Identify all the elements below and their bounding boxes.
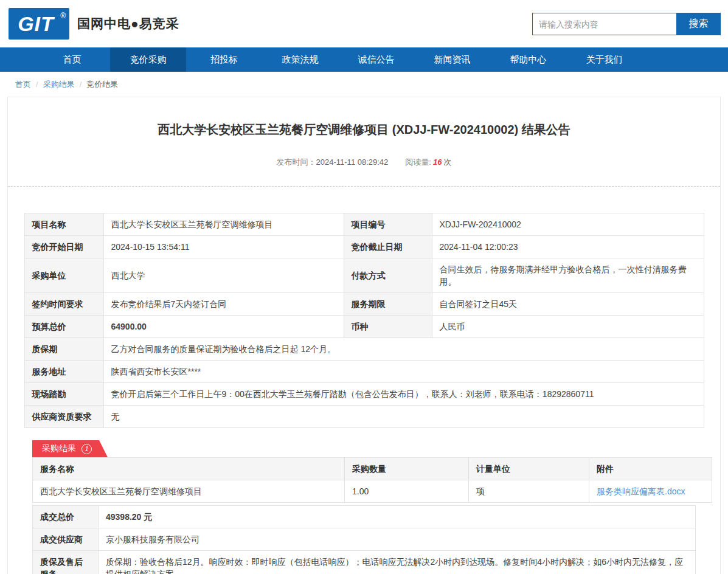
main-nav: 首页 竞价采购 招投标 政策法规 诚信公告 新闻资讯 帮助中心 关于我们 bbox=[0, 47, 728, 72]
breadcrumb-procurement-results[interactable]: 采购结果 bbox=[43, 80, 75, 89]
search-bar: 搜索 bbox=[532, 13, 721, 35]
table-row: 成交供应商 京小服科技服务有限公司 bbox=[33, 528, 696, 551]
service-period-label: 服务期限 bbox=[344, 293, 432, 316]
deal-total-label: 成交总价 bbox=[33, 506, 99, 528]
quantity-value: 1.00 bbox=[345, 480, 469, 503]
result-detail-table: 成交总价 49398.20 元 成交供应商 京小服科技服务有限公司 质保及售后服… bbox=[32, 505, 696, 574]
nav-item-integrity-notices[interactable]: 诚信公告 bbox=[338, 47, 414, 72]
table-row: 服务地址 陕西省西安市长安区**** bbox=[24, 361, 704, 383]
currency-label: 币种 bbox=[344, 316, 432, 338]
breadcrumb-home[interactable]: 首页 bbox=[15, 80, 31, 89]
search-input[interactable] bbox=[532, 13, 676, 35]
table-row: 预算总价 64900.00 币种 人民币 bbox=[24, 316, 704, 338]
publish-time-label: 发布时间： bbox=[277, 157, 316, 167]
logo-text: GIT bbox=[18, 12, 60, 36]
table-row: 项目名称 西北大学长安校区玉兰苑餐厅空调维修项目 项目编号 XDJJ-FW-20… bbox=[24, 213, 704, 236]
table-row: 质保及售后服务 质保期：验收合格后12月。响应时效：即时响应（包括电话响应）；电… bbox=[33, 551, 696, 574]
nav-item-help-center[interactable]: 帮助中心 bbox=[490, 47, 566, 72]
bid-deadline-label: 竞价截止日期 bbox=[344, 236, 432, 258]
result-number-badge: 1 bbox=[81, 444, 92, 454]
warranty-period-label: 质保期 bbox=[24, 338, 103, 361]
winning-supplier-value: 京小服科技服务有限公司 bbox=[99, 528, 696, 551]
site-name: 国网中电●易竞采 bbox=[77, 15, 179, 32]
budget-total-label: 预算总价 bbox=[24, 316, 103, 338]
bid-start-value: 2024-10-15 13:54:11 bbox=[103, 236, 344, 258]
attachment-header: 附件 bbox=[589, 458, 712, 480]
announcement-meta: 发布时间：2024-11-11 08:29:42阅读量:16次 bbox=[8, 157, 720, 168]
warranty-period-value: 乙方对合同服务的质量保证期为验收合格后之日起 12个月。 bbox=[103, 338, 704, 361]
warranty-service-label: 质保及售后服务 bbox=[33, 551, 99, 574]
deal-total-value: 49398.20 元 bbox=[99, 506, 696, 528]
project-number-value: XDJJ-FW-202410002 bbox=[432, 213, 704, 236]
page-title: 西北大学长安校区玉兰苑餐厅空调维修项目 (XDJJ-FW-202410002) … bbox=[8, 97, 720, 138]
breadcrumb-separator: / bbox=[36, 80, 38, 89]
site-survey-label: 现场踏勘 bbox=[24, 383, 103, 406]
breadcrumb: 首页/采购结果/竞价结果 bbox=[0, 72, 728, 97]
table-row: 采购单位 西北大学 付款方式 合同生效后，待服务期满并经甲方验收合格后，一次性付… bbox=[24, 258, 704, 293]
nav-item-home[interactable]: 首页 bbox=[34, 47, 110, 72]
table-row: 成交总价 49398.20 元 bbox=[33, 506, 696, 528]
procurement-result-section: 采购结果 1 服务名称 采购数量 计量单位 附件 西北大学长安校区玉兰苑餐厅空调… bbox=[32, 440, 696, 574]
table-header-row: 服务名称 采购数量 计量单位 附件 bbox=[33, 458, 712, 480]
bid-deadline-value: 2024-11-04 12:00:23 bbox=[432, 236, 704, 258]
read-count-unit: 次 bbox=[443, 157, 451, 167]
attachment-link[interactable]: 服务类响应偏离表.docx bbox=[597, 486, 685, 496]
table-row: 质保期 乙方对合同服务的质量保证期为验收合格后之日起 12个月。 bbox=[24, 338, 704, 361]
breadcrumb-separator: / bbox=[80, 80, 82, 89]
site-survey-value: 竞价开启后第三个工作日上午9：00在西北大学玉兰苑餐厅踏勘（包含公告发布日），联… bbox=[103, 383, 704, 406]
table-row: 签约时间要求 发布竞价结果后7天内签订合同 服务期限 自合同签订之日45天 bbox=[24, 293, 704, 316]
unit-value: 项 bbox=[469, 480, 589, 503]
budget-total-value: 64900.00 bbox=[103, 316, 344, 338]
breadcrumb-bidding-results: 竞价结果 bbox=[86, 80, 118, 89]
nav-item-policies[interactable]: 政策法规 bbox=[262, 47, 338, 72]
publish-time: 2024-11-11 08:29:42 bbox=[316, 157, 389, 167]
supplier-qualification-label: 供应商资质要求 bbox=[24, 406, 103, 428]
payment-method-value: 合同生效后，待服务期满并经甲方验收合格后，一次性付清服务费用。 bbox=[432, 258, 704, 293]
nav-item-bidding-procurement[interactable]: 竞价采购 bbox=[110, 47, 186, 72]
service-name-header: 服务名称 bbox=[33, 458, 345, 480]
read-count-label: 阅读量: bbox=[405, 157, 431, 167]
nav-item-tendering[interactable]: 招投标 bbox=[186, 47, 262, 72]
dashed-divider bbox=[8, 186, 720, 187]
nav-item-about-us[interactable]: 关于我们 bbox=[566, 47, 642, 72]
procurement-result-ribbon: 采购结果 1 bbox=[32, 440, 108, 457]
currency-value: 人民币 bbox=[432, 316, 704, 338]
result-item-table: 服务名称 采购数量 计量单位 附件 西北大学长安校区玉兰苑餐厅空调维修项目 1.… bbox=[32, 457, 712, 503]
table-row: 现场踏勘 竞价开启后第三个工作日上午9：00在西北大学玉兰苑餐厅踏勘（包含公告发… bbox=[24, 383, 704, 406]
service-address-value: 陕西省西安市长安区**** bbox=[103, 361, 704, 383]
table-row: 供应商资质要求 无 bbox=[24, 406, 704, 428]
registered-trademark-icon: ® bbox=[60, 12, 66, 20]
brand[interactable]: GIT ® 国网中电●易竞采 bbox=[9, 8, 179, 40]
service-period-value: 自合同签订之日45天 bbox=[432, 293, 704, 316]
site-header: GIT ® 国网中电●易竞采 搜索 bbox=[0, 0, 728, 47]
ribbon-label: 采购结果 bbox=[42, 443, 76, 454]
nav-item-news[interactable]: 新闻资讯 bbox=[414, 47, 490, 72]
warranty-service-value: 质保期：验收合格后12月。响应时效：即时响应（包括电话响应）；电话响应无法解决2… bbox=[99, 551, 696, 574]
winning-supplier-label: 成交供应商 bbox=[33, 528, 99, 551]
project-number-label: 项目编号 bbox=[344, 213, 432, 236]
git-logo: GIT ® bbox=[9, 8, 69, 40]
project-name-label: 项目名称 bbox=[24, 213, 103, 236]
bid-start-label: 竞价开始日期 bbox=[24, 236, 103, 258]
signing-time-value: 发布竞价结果后7天内签订合同 bbox=[103, 293, 344, 316]
read-count: 16 bbox=[433, 157, 442, 167]
service-address-label: 服务地址 bbox=[24, 361, 103, 383]
table-row: 西北大学长安校区玉兰苑餐厅空调维修项目 1.00 项 服务类响应偏离表.docx bbox=[33, 480, 712, 503]
search-button[interactable]: 搜索 bbox=[676, 13, 721, 35]
supplier-qualification-value: 无 bbox=[103, 406, 704, 428]
quantity-header: 采购数量 bbox=[345, 458, 469, 480]
signing-time-label: 签约时间要求 bbox=[24, 293, 103, 316]
purchaser-value: 西北大学 bbox=[103, 258, 344, 293]
announcement-card: 西北大学长安校区玉兰苑餐厅空调维修项目 (XDJJ-FW-202410002) … bbox=[7, 97, 721, 574]
unit-header: 计量单位 bbox=[469, 458, 589, 480]
payment-method-label: 付款方式 bbox=[344, 258, 432, 293]
project-name-value: 西北大学长安校区玉兰苑餐厅空调维修项目 bbox=[103, 213, 344, 236]
table-row: 竞价开始日期 2024-10-15 13:54:11 竞价截止日期 2024-1… bbox=[24, 236, 704, 258]
service-name-value: 西北大学长安校区玉兰苑餐厅空调维修项目 bbox=[33, 480, 345, 503]
project-info-table: 项目名称 西北大学长安校区玉兰苑餐厅空调维修项目 项目编号 XDJJ-FW-20… bbox=[24, 213, 704, 428]
purchaser-label: 采购单位 bbox=[24, 258, 103, 293]
